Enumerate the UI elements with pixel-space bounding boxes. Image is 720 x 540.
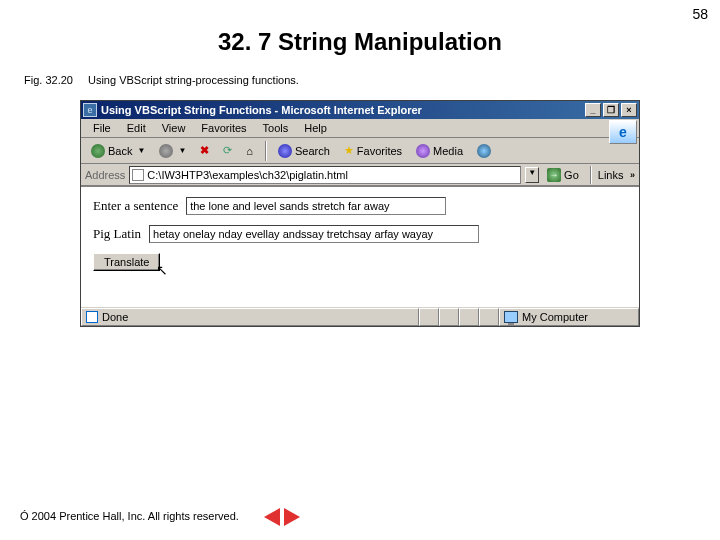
menu-file[interactable]: File	[85, 121, 119, 135]
status-mid	[439, 308, 459, 326]
page-content: Enter a sentence the lone and level sand…	[81, 186, 639, 306]
menu-tools[interactable]: Tools	[255, 121, 297, 135]
ie-window: e Using VBScript String Functions - Micr…	[80, 100, 640, 327]
status-text: Done	[102, 311, 128, 323]
favorites-label: Favorites	[357, 145, 402, 157]
chevron-down-icon: ▼	[178, 146, 186, 155]
zone-text: My Computer	[522, 311, 588, 323]
status-zone: My Computer	[499, 308, 639, 326]
home-icon: ⌂	[246, 145, 253, 157]
next-slide-button[interactable]	[284, 508, 300, 526]
status-mid	[419, 308, 439, 326]
address-label: Address	[85, 169, 125, 181]
translate-button[interactable]: Translate	[93, 253, 160, 271]
refresh-icon: ⟳	[223, 144, 232, 157]
favorites-button[interactable]: ★ Favorites	[338, 142, 408, 159]
prev-slide-button[interactable]	[264, 508, 280, 526]
forward-button[interactable]: ▼	[153, 142, 192, 160]
search-icon	[278, 144, 292, 158]
media-button[interactable]: Media	[410, 142, 469, 160]
ie-icon: e	[83, 103, 97, 117]
menu-help[interactable]: Help	[296, 121, 335, 135]
media-label: Media	[433, 145, 463, 157]
address-dropdown-button[interactable]: ▼	[525, 167, 539, 183]
figure-caption: Fig. 32.20 Using VBScript string-process…	[24, 74, 720, 86]
menubar: File Edit View Favorites Tools Help e	[81, 119, 639, 138]
address-value: C:\IW3HTP3\examples\ch32\piglatin.html	[147, 169, 348, 181]
chevron-down-icon: ▼	[137, 146, 145, 155]
sentence-value: the lone and level sands stretch far awa…	[190, 200, 389, 212]
stop-icon: ✖	[200, 144, 209, 157]
go-button[interactable]: → Go	[543, 168, 583, 182]
status-left: Done	[81, 308, 419, 326]
history-button[interactable]	[471, 142, 497, 160]
computer-icon	[504, 311, 518, 323]
home-button[interactable]: ⌂	[240, 143, 259, 159]
star-icon: ★	[344, 144, 354, 157]
search-label: Search	[295, 145, 330, 157]
section-title: 32. 7 String Manipulation	[0, 28, 720, 56]
minimize-button[interactable]: _	[585, 103, 601, 117]
menu-favorites[interactable]: Favorites	[193, 121, 254, 135]
document-icon	[86, 311, 98, 323]
cursor-icon: ↖	[156, 262, 168, 279]
titlebar: e Using VBScript String Functions - Micr…	[81, 101, 639, 119]
forward-icon	[159, 144, 173, 158]
maximize-button[interactable]: ❐	[603, 103, 619, 117]
separator	[265, 141, 266, 161]
back-icon	[91, 144, 105, 158]
piglatin-value: hetay onelay nday evellay andssay tretch…	[153, 228, 433, 240]
stop-button[interactable]: ✖	[194, 142, 215, 159]
chevron-right-icon[interactable]: »	[627, 170, 635, 180]
status-mid	[459, 308, 479, 326]
history-icon	[477, 144, 491, 158]
ie-logo-icon: e	[609, 120, 637, 144]
copyright-footer: Ó 2004 Prentice Hall, Inc. All rights re…	[20, 510, 239, 522]
refresh-button[interactable]: ⟳	[217, 142, 238, 159]
page-number: 58	[692, 6, 708, 22]
go-icon: →	[547, 168, 561, 182]
sentence-input[interactable]: the lone and level sands stretch far awa…	[186, 197, 446, 215]
figure-text: Using VBScript string-processing functio…	[88, 74, 299, 86]
statusbar: Done My Computer	[81, 306, 639, 326]
figure-number: Fig. 32.20	[24, 74, 73, 86]
window-title: Using VBScript String Functions - Micros…	[101, 104, 583, 116]
toolbar: Back ▼ ▼ ✖ ⟳ ⌂ Search ★ Favorites Media	[81, 138, 639, 164]
go-label: Go	[564, 169, 579, 181]
menu-edit[interactable]: Edit	[119, 121, 154, 135]
back-button[interactable]: Back ▼	[85, 142, 151, 160]
slide-nav	[264, 508, 300, 526]
back-label: Back	[108, 145, 132, 157]
media-icon	[416, 144, 430, 158]
menu-view[interactable]: View	[154, 121, 194, 135]
links-label[interactable]: Links	[598, 169, 624, 181]
sentence-label: Enter a sentence	[93, 198, 178, 214]
document-icon	[132, 169, 144, 181]
piglatin-label: Pig Latin	[93, 226, 141, 242]
piglatin-input[interactable]: hetay onelay nday evellay andssay tretch…	[149, 225, 479, 243]
address-input[interactable]: C:\IW3HTP3\examples\ch32\piglatin.html	[129, 166, 521, 184]
close-button[interactable]: ×	[621, 103, 637, 117]
separator	[590, 166, 591, 184]
search-button[interactable]: Search	[272, 142, 336, 160]
status-mid	[479, 308, 499, 326]
address-bar: Address C:\IW3HTP3\examples\ch32\piglati…	[81, 164, 639, 186]
